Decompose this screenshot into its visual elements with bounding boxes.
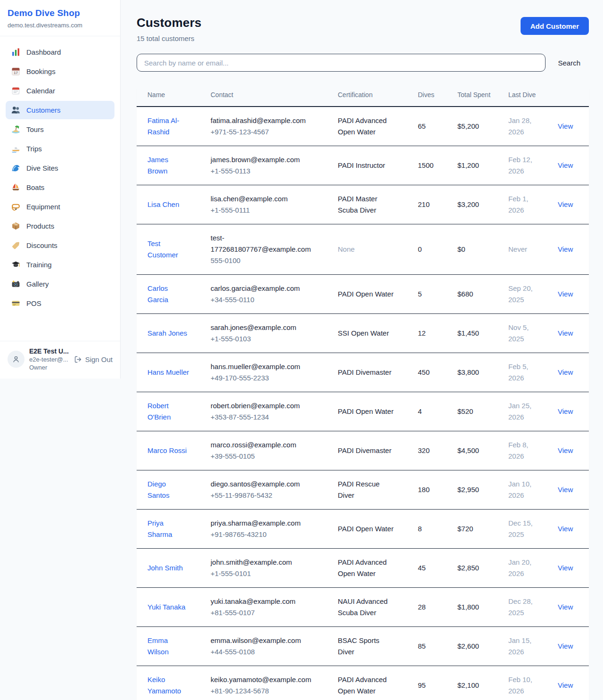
sidebar-item-bookings[interactable]: 17 Bookings (6, 62, 114, 81)
customer-total-spent: $1,800 (452, 588, 503, 627)
customer-name-link[interactable]: Keiko Yamamoto (147, 675, 181, 695)
customer-name-link[interactable]: Yuki Tanaka (147, 603, 186, 611)
customer-last-dive: Dec 15, 2025 (503, 510, 552, 549)
sidebar-item-dive-sites[interactable]: Dive Sites (6, 159, 114, 177)
customer-name-link[interactable]: Marco Rossi (147, 446, 187, 454)
view-link[interactable]: View (558, 245, 573, 253)
view-link[interactable]: View (558, 681, 573, 689)
customer-name-link[interactable]: Sarah Jones (147, 329, 187, 337)
customer-name-link[interactable]: James Brown (147, 156, 168, 175)
page-title: Customers (137, 16, 202, 30)
customer-total-spent: $720 (452, 510, 503, 549)
view-link[interactable]: View (558, 446, 573, 454)
sidebar-item-label: Calendar (26, 87, 55, 95)
sidebar-item-equipment[interactable]: Equipment (6, 198, 114, 216)
customer-last-dive: Feb 8, 2026 (503, 431, 552, 470)
view-link[interactable]: View (558, 407, 573, 415)
customer-total-spent: $2,600 (452, 627, 503, 666)
customer-name-link[interactable]: Priya Sharma (147, 519, 172, 538)
customer-dives: 450 (412, 353, 452, 392)
customer-name-link[interactable]: Fatima Al-Rashid (147, 116, 179, 136)
customer-certification: PADI Advanced Open Water (332, 666, 412, 700)
view-link[interactable]: View (558, 368, 573, 376)
view-link[interactable]: View (558, 603, 573, 611)
customer-dives: 0 (412, 224, 452, 275)
sidebar-item-label: Equipment (26, 203, 60, 211)
column-header-last-dive: Last Dive (503, 84, 552, 107)
sidebar-item-label: Bookings (26, 67, 56, 75)
customer-certification: BSAC Sports Diver (332, 627, 412, 666)
customer-total-spent: $1,450 (452, 314, 503, 353)
add-customer-button[interactable]: Add Customer (521, 17, 589, 35)
customer-dives: 95 (412, 666, 452, 700)
customer-name-link[interactable]: Lisa Chen (147, 200, 179, 208)
sign-out-button[interactable]: Sign Out (74, 355, 114, 363)
customer-email: marco.rossi@example.com (211, 439, 310, 451)
customer-total-spent: $1,200 (452, 146, 503, 185)
customer-name-link[interactable]: Hans Mueller (147, 368, 189, 376)
customer-total-spent: $0 (452, 224, 503, 275)
search-button[interactable]: Search (546, 59, 589, 67)
customer-name-link[interactable]: Robert O'Brien (147, 402, 171, 421)
view-link[interactable]: View (558, 486, 573, 494)
sidebar-item-gallery[interactable]: Gallery (6, 275, 114, 293)
table-row: Marco Rossimarco.rossi@example.com+39-55… (137, 431, 589, 470)
sidebar-item-discounts[interactable]: Discounts (6, 236, 114, 255)
sidebar-item-tours[interactable]: Tours (6, 120, 114, 139)
view-link[interactable]: View (558, 200, 573, 208)
sidebar-item-label: Products (26, 222, 54, 230)
customer-name-link[interactable]: John Smith (147, 564, 183, 572)
view-link[interactable]: View (558, 525, 573, 533)
sidebar-item-boats[interactable]: Boats (6, 178, 114, 197)
calendar-date-icon: 17 (11, 67, 20, 76)
customer-email: carlos.garcia@example.com (211, 283, 310, 294)
sidebar-item-calendar[interactable]: Calendar (6, 82, 114, 100)
sidebar-item-pos[interactable]: POS (6, 294, 114, 313)
view-link[interactable]: View (558, 564, 573, 572)
view-link[interactable]: View (558, 161, 573, 169)
customer-name-link[interactable]: Emma Wilson (147, 636, 169, 656)
column-header-certification: Certification (332, 84, 412, 107)
customer-dives: 1500 (412, 146, 452, 185)
customer-name-link[interactable]: Diego Santos (147, 480, 170, 499)
column-header-name: Name (137, 84, 205, 107)
customer-name-link[interactable]: Test Customer (147, 239, 178, 259)
sidebar-item-dashboard[interactable]: Dashboard (6, 43, 114, 61)
customer-total-spent: $2,850 (452, 549, 503, 588)
sidebar-item-customers[interactable]: Customers (6, 101, 114, 119)
customer-dives: 180 (412, 470, 452, 510)
sidebar-item-products[interactable]: Products (6, 217, 114, 235)
customer-total-spent: $3,200 (452, 185, 503, 224)
customer-total-spent: $520 (452, 392, 503, 431)
customer-name-link[interactable]: Carlos Garcia (147, 284, 168, 304)
customer-total-spent: $5,200 (452, 107, 503, 146)
sidebar-item-training[interactable]: Training (6, 255, 114, 274)
column-header-actions (552, 84, 589, 107)
table-row: Yuki Tanakayuki.tanaka@example.com+81-55… (137, 588, 589, 627)
view-link[interactable]: View (558, 642, 573, 650)
table-row: Priya Sharmapriya.sharma@example.com+91-… (137, 510, 589, 549)
main-content: Customers 15 total customers Add Custome… (121, 0, 603, 700)
customer-dives: 320 (412, 431, 452, 470)
view-link[interactable]: View (558, 122, 573, 130)
shop-domain: demo.test.divestreams.com (8, 22, 113, 29)
customer-table-body: Fatima Al-Rashidfatima.alrashid@example.… (137, 107, 589, 700)
search-input[interactable] (137, 54, 546, 72)
customer-phone: +1-555-0101 (211, 568, 310, 579)
sidebar-item-trips[interactable]: Trips (6, 140, 114, 158)
view-link[interactable]: View (558, 329, 573, 337)
customer-certification: PADI Open Water (332, 510, 412, 549)
graduation-cap-icon (11, 260, 20, 269)
customer-last-dive: Jan 15, 2026 (503, 627, 552, 666)
customer-last-dive: Nov 5, 2025 (503, 314, 552, 353)
customer-email: robert.obrien@example.com (211, 400, 310, 412)
view-link[interactable]: View (558, 290, 573, 298)
user-name: E2E Test U... (29, 347, 69, 355)
customer-phone: +44-555-0108 (211, 646, 310, 658)
customer-email: hans.mueller@example.com (211, 361, 310, 372)
sidebar-nav: Dashboard 17 Bookings Calendar Customers… (0, 36, 120, 341)
customer-last-dive: Feb 10, 2026 (503, 666, 552, 700)
customer-phone: +49-170-555-2233 (211, 372, 310, 384)
brand: Demo Dive Shop demo.test.divestreams.com (0, 0, 120, 36)
sign-out-label: Sign Out (85, 355, 113, 363)
